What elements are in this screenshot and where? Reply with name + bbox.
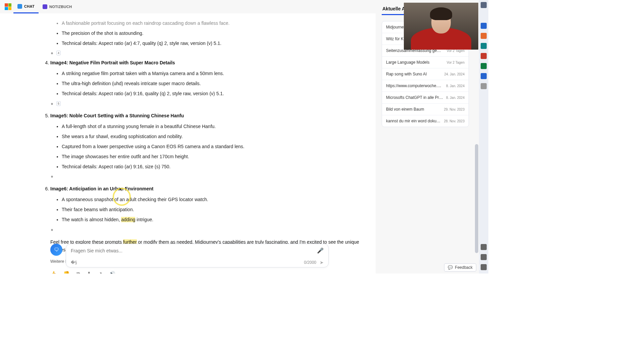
- read-aloud-icon[interactable]: 🔊: [109, 271, 115, 274]
- feedback-button[interactable]: 💬Feedback: [444, 263, 476, 272]
- send-icon[interactable]: ➤: [320, 260, 324, 265]
- webcam-overlay: [404, 3, 478, 50]
- history-item[interactable]: Microsofts ChatGPT in alle Produkte in8.…: [382, 92, 469, 103]
- sidebar-app-icon[interactable]: [481, 33, 487, 39]
- sidebar-app-icon[interactable]: [481, 63, 487, 69]
- thumbs-down-icon[interactable]: 👎: [63, 271, 70, 274]
- list-item: [56, 226, 370, 234]
- list-item: Technical details: Aspect ratio (ar) 4:7…: [62, 40, 370, 48]
- history-item[interactable]: Rap song with Suno AI24. Jan. 2024: [382, 68, 469, 80]
- settings-icon[interactable]: [481, 264, 487, 270]
- scrollbar-thumb[interactable]: [475, 144, 478, 253]
- sidebar-app-icon[interactable]: [481, 53, 487, 59]
- list-item: The ultra-high definition (uhd) reveals …: [62, 80, 370, 88]
- list-item: [56, 173, 370, 181]
- list-item: A spontaneous snapshot of an adult check…: [62, 196, 370, 204]
- list-item: 4: [56, 49, 370, 57]
- thumbs-up-icon[interactable]: 👍: [50, 271, 57, 274]
- search-icon[interactable]: [481, 2, 487, 8]
- tab-chat[interactable]: CHAT: [13, 0, 39, 13]
- sidebar-app-icon[interactable]: [481, 73, 487, 79]
- list-heading: Image5: Noble Court Setting with a Stunn…: [50, 113, 184, 118]
- char-count: 0/2000: [304, 260, 316, 265]
- list-item: Their face beams with anticipation.: [62, 206, 370, 214]
- history-item[interactable]: https://www.computerwoche.de/a/mi8. Jan.…: [382, 80, 469, 92]
- sidebar-app-icon[interactable]: [481, 43, 487, 49]
- list-item: A striking negative film portrait taken …: [62, 70, 370, 78]
- history-item[interactable]: Large Language ModelsVor 2 Tagen: [382, 56, 469, 68]
- chat-input-box: 🎤 �§ 0/2000 ➤: [66, 244, 329, 267]
- sidebar-app-icon[interactable]: [481, 23, 487, 29]
- visual-search-icon[interactable]: �§: [71, 260, 77, 265]
- chat-input[interactable]: [71, 248, 317, 253]
- new-topic-button[interactable]: 🗨: [50, 244, 62, 256]
- bing-logo: [5, 3, 11, 10]
- tab-notebook[interactable]: NOTIZBUCH: [39, 0, 76, 13]
- history-item[interactable]: Bild von einem Baum29. Nov. 2023: [382, 103, 469, 115]
- copy-icon[interactable]: ⧉: [76, 271, 80, 274]
- list-heading: Image4: Negative Film Portrait with Supe…: [50, 60, 175, 65]
- list-heading: Image6: Anticipation in an Urban Environ…: [50, 186, 154, 191]
- download-icon[interactable]: ⬇: [87, 271, 91, 274]
- feedback-icon: 💬: [448, 265, 453, 270]
- sidebar-tool-icon[interactable]: [481, 244, 487, 250]
- notebook-icon: [43, 4, 47, 9]
- list-item: Technical details: Aspect ratio (ar) 9:1…: [62, 163, 370, 171]
- list-item: The watch is almost hidden, adding intri…: [62, 216, 370, 224]
- list-item: Technical details: Aspect ratio (ar) 9:1…: [62, 90, 370, 98]
- assistant-message: A fashionable portrait focusing on each …: [50, 19, 370, 274]
- list-item: 5: [56, 100, 370, 108]
- sidebar-tool-icon[interactable]: [481, 254, 487, 260]
- list-item: The precision of the shot is astounding.: [62, 29, 370, 38]
- list-item: The image showcases her entire outfit an…: [62, 153, 370, 161]
- list-item: Captured from a lower perspective using …: [62, 143, 370, 151]
- list-item: She wears a fur shawl, exuding sophistic…: [62, 133, 370, 141]
- microphone-icon[interactable]: 🎤: [317, 247, 324, 254]
- add-app-icon[interactable]: [481, 83, 487, 89]
- chat-icon: [17, 4, 22, 9]
- list-item: A full-length shot of a stunning young f…: [62, 123, 370, 131]
- citation-ref[interactable]: 4: [56, 51, 61, 55]
- list-item: A fashionable portrait focusing on each …: [62, 19, 370, 27]
- history-item[interactable]: kannst du mir ein word dokument ers28. N…: [382, 115, 469, 127]
- citation-ref[interactable]: 5: [56, 101, 61, 106]
- share-icon[interactable]: ↗: [98, 271, 102, 274]
